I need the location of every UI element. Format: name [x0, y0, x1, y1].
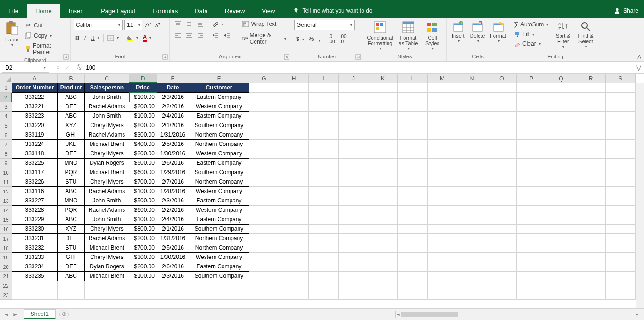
cell[interactable] [487, 253, 517, 262]
cell[interactable] [428, 206, 457, 215]
cell[interactable] [249, 234, 279, 243]
cell[interactable] [249, 290, 279, 300]
cell[interactable] [428, 281, 457, 290]
cell[interactable] [368, 290, 398, 300]
cell[interactable] [546, 272, 576, 281]
dialog-launcher-icon[interactable] [162, 54, 168, 60]
table-cell[interactable]: 1/31/2016 [157, 234, 189, 243]
row-header[interactable]: 3 [0, 102, 12, 112]
autosum-button[interactable]: ∑AutoSum▾ [512, 20, 550, 29]
dialog-launcher-icon[interactable] [355, 54, 361, 60]
orientation-button[interactable]: ab▾ [210, 20, 225, 28]
table-cell[interactable]: Eastern Company [189, 196, 249, 206]
tab-review[interactable]: Review [216, 4, 254, 18]
row-header[interactable]: 13 [0, 196, 12, 206]
cell[interactable] [12, 281, 58, 290]
cell[interactable] [546, 253, 576, 262]
cell[interactable] [606, 215, 636, 225]
cell[interactable] [398, 93, 428, 102]
cell[interactable] [428, 253, 457, 262]
cell[interactable] [606, 149, 636, 159]
fx-icon[interactable]: fx [74, 64, 84, 71]
cell[interactable] [517, 130, 546, 140]
cell[interactable] [339, 93, 368, 102]
row-header[interactable]: 22 [0, 281, 12, 290]
cell[interactable] [368, 272, 398, 281]
new-sheet-button[interactable]: ⊕ [59, 310, 69, 319]
cell[interactable] [339, 102, 368, 112]
tab-page-layout[interactable]: Page Layout [92, 4, 144, 18]
cell[interactable] [576, 140, 606, 149]
cell-styles-button[interactable]: Cell Styles▾ [422, 20, 442, 52]
table-cell[interactable]: 2/2/2016 [157, 206, 189, 215]
dialog-launcher-icon[interactable] [284, 54, 289, 60]
table-cell[interactable]: Western Company [189, 187, 249, 196]
column-header[interactable]: B [58, 74, 85, 83]
cell[interactable] [279, 225, 309, 234]
column-header[interactable]: F [189, 74, 249, 83]
copy-button[interactable]: Copy▾ [23, 31, 67, 40]
cell[interactable] [249, 159, 279, 168]
scroll-right-button[interactable]: ► [634, 311, 640, 318]
cell[interactable] [606, 272, 636, 281]
cell[interactable] [279, 196, 309, 206]
cell[interactable] [368, 130, 398, 140]
cell[interactable] [309, 140, 339, 149]
cell[interactable] [457, 149, 487, 159]
cell[interactable] [339, 112, 368, 121]
cell[interactable] [279, 253, 309, 262]
row-header[interactable]: 21 [0, 272, 12, 281]
cell[interactable] [157, 290, 189, 300]
cell[interactable] [339, 243, 368, 253]
cell[interactable] [487, 215, 517, 225]
cell[interactable] [279, 121, 309, 130]
cell[interactable] [606, 140, 636, 149]
decrease-indent-button[interactable] [210, 31, 221, 40]
table-cell[interactable]: 1/31/2016 [157, 130, 189, 140]
cell[interactable] [487, 225, 517, 234]
cell[interactable] [487, 112, 517, 121]
sort-filter-button[interactable]: AZ Sort & Filter▾ [553, 20, 573, 50]
cell[interactable] [249, 262, 279, 272]
expand-formula-bar-button[interactable]: ⋁ [636, 64, 644, 71]
italic-button[interactable]: I [83, 34, 88, 42]
table-cell[interactable]: 2/3/2016 [157, 196, 189, 206]
cell[interactable] [309, 225, 339, 234]
cell[interactable] [368, 234, 398, 243]
cell[interactable] [606, 262, 636, 272]
formula-input[interactable] [84, 63, 636, 73]
align-top-button[interactable] [173, 20, 183, 28]
cell[interactable] [398, 187, 428, 196]
align-bottom-button[interactable] [195, 20, 206, 28]
table-cell[interactable]: $200.00 [129, 262, 157, 272]
cell[interactable] [249, 149, 279, 159]
cell[interactable] [309, 215, 339, 225]
vertical-scrollbar[interactable] [636, 83, 644, 308]
cell[interactable] [517, 196, 546, 206]
cell[interactable] [279, 112, 309, 121]
cell[interactable] [457, 262, 487, 272]
row-header[interactable]: 17 [0, 234, 12, 243]
table-header-cell[interactable]: Salesperson [85, 83, 129, 93]
cell[interactable] [517, 83, 546, 93]
cell[interactable] [309, 168, 339, 177]
table-cell[interactable]: Northern Company [189, 130, 249, 140]
cell[interactable] [576, 196, 606, 206]
tab-insert[interactable]: Insert [60, 4, 93, 18]
table-cell[interactable]: 333233 [12, 253, 58, 262]
table-cell[interactable]: 2/4/2016 [157, 215, 189, 225]
table-cell[interactable]: Michael Brent [85, 140, 129, 149]
table-cell[interactable]: 2/2/2016 [157, 102, 189, 112]
table-cell[interactable]: STU [58, 243, 85, 253]
cell[interactable] [487, 281, 517, 290]
table-cell[interactable]: Northern Company [189, 140, 249, 149]
table-header-cell[interactable]: Product [58, 83, 85, 93]
table-cell[interactable]: Rachel Adams [85, 187, 129, 196]
table-cell[interactable]: Western Company [189, 206, 249, 215]
cell[interactable] [546, 290, 576, 300]
table-cell[interactable]: ABC [58, 215, 85, 225]
cell[interactable] [546, 159, 576, 168]
table-cell[interactable]: $500.00 [129, 159, 157, 168]
cell[interactable] [517, 121, 546, 130]
cell[interactable] [398, 112, 428, 121]
